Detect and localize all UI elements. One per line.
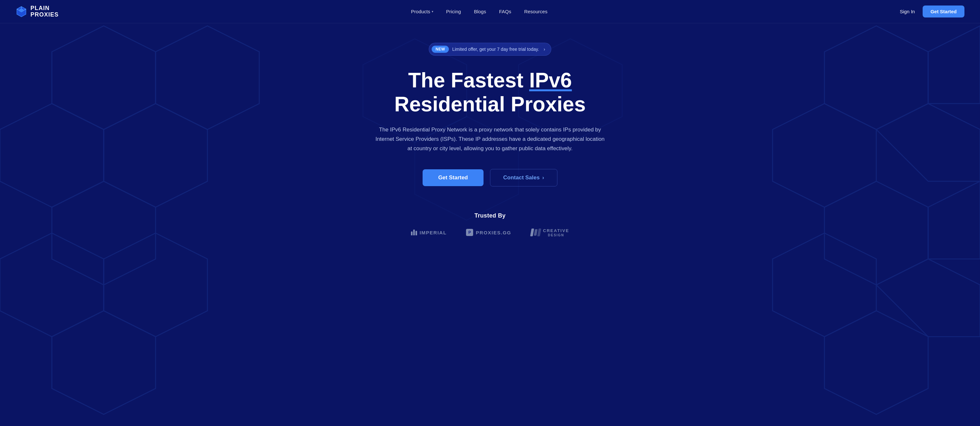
contact-sales-button[interactable]: Contact Sales › [490, 169, 557, 187]
hero-buttons: Get Started Contact Sales › [423, 169, 557, 187]
nav-item-pricing[interactable]: Pricing [446, 9, 461, 14]
nav-actions: Sign In Get Started [900, 5, 964, 17]
hero-title: The Fastest IPv6 Residential Proxies [395, 69, 585, 116]
trusted-logo-proxiesgg: P Proxies.gg [466, 229, 511, 236]
creative-design-label: DESIGN [543, 233, 570, 237]
nav-link-faqs[interactable]: FAQs [499, 9, 511, 14]
nav-link-resources[interactable]: Resources [524, 9, 547, 14]
hero-title-line1: The Fastest IPv6 [408, 69, 572, 92]
badge-new-label: NEW [432, 46, 449, 53]
hero-title-line2: Residential Proxies [395, 93, 585, 116]
proxiesgg-icon: P [466, 229, 473, 236]
trusted-logo-imperial: IMPERIAL [411, 230, 447, 235]
signin-button[interactable]: Sign In [900, 9, 915, 14]
svg-marker-15 [876, 259, 980, 337]
trusted-label: Trusted By [474, 212, 506, 219]
contact-sales-arrow-icon: › [542, 174, 544, 181]
nav-link-products[interactable]: Products ▾ [411, 9, 433, 14]
contact-sales-label: Contact Sales [503, 174, 539, 181]
logo-icon [16, 6, 27, 17]
get-started-hero-button[interactable]: Get Started [423, 169, 484, 186]
hero-section: NEW Limited offer, get your 7 day free t… [0, 23, 980, 263]
badge-arrow-icon: › [544, 47, 545, 52]
imperial-logo-text: IMPERIAL [420, 230, 447, 235]
nav-item-products[interactable]: Products ▾ [411, 9, 433, 14]
nav-links: Products ▾ Pricing Blogs FAQs [411, 9, 547, 14]
trusted-logo-creative: CREATIVE DESIGN [531, 228, 570, 237]
hero-title-ipv6: IPv6 [529, 69, 572, 92]
promo-badge[interactable]: NEW Limited offer, get your 7 day free t… [429, 43, 551, 56]
logo-plain: PLAIN [30, 5, 59, 12]
imperial-bars-icon [411, 230, 417, 235]
proxiesgg-logo-text: Proxies.gg [476, 230, 511, 235]
svg-marker-7 [52, 311, 156, 414]
nav-item-blogs[interactable]: Blogs [474, 9, 486, 14]
main-nav: PLAIN PROXIES Products ▾ Pricing Blogs [0, 0, 980, 23]
hero-subtitle: The IPv6 Residential Proxy Network is a … [373, 125, 607, 154]
nav-link-pricing[interactable]: Pricing [446, 9, 461, 14]
chevron-down-icon: ▾ [432, 10, 433, 13]
trusted-section: Trusted By IMPERIAL P Proxies.gg [411, 206, 570, 250]
get-started-nav-button[interactable]: Get Started [923, 5, 964, 17]
creative-logo-text: CREATIVE [543, 228, 570, 233]
nav-link-blogs[interactable]: Blogs [474, 9, 486, 14]
svg-marker-16 [824, 311, 928, 414]
logo-proxies: PROXIES [30, 12, 59, 18]
nav-item-resources[interactable]: Resources [524, 9, 547, 14]
nav-item-faqs[interactable]: FAQs [499, 9, 511, 14]
trusted-logos: IMPERIAL P Proxies.gg CREATIVE [411, 228, 570, 237]
badge-text: Limited offer, get your 7 day free trial… [452, 47, 539, 52]
creative-icon [531, 228, 541, 236]
logo-link[interactable]: PLAIN PROXIES [16, 5, 59, 18]
logo-text: PLAIN PROXIES [30, 5, 59, 18]
